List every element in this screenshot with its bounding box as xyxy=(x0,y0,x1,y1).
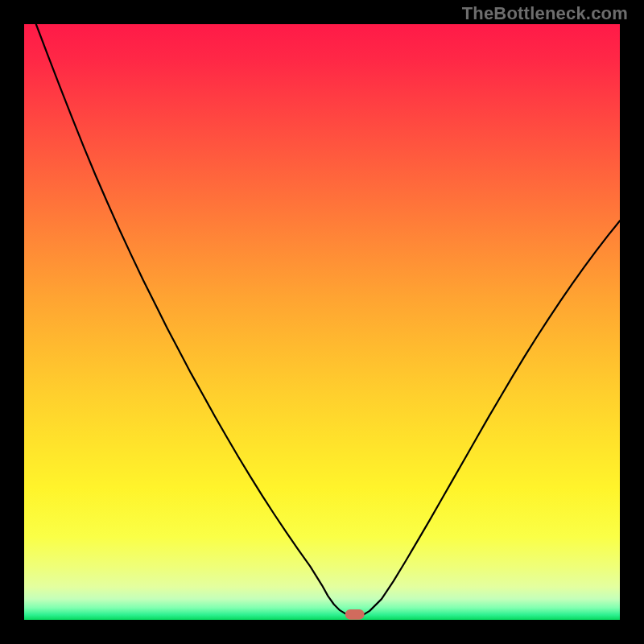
watermark-text: TheBottleneck.com xyxy=(462,3,628,24)
gradient-background xyxy=(24,24,620,620)
chart-svg xyxy=(24,24,620,620)
minimum-marker xyxy=(345,609,365,620)
chart-frame: TheBottleneck.com xyxy=(0,0,644,644)
